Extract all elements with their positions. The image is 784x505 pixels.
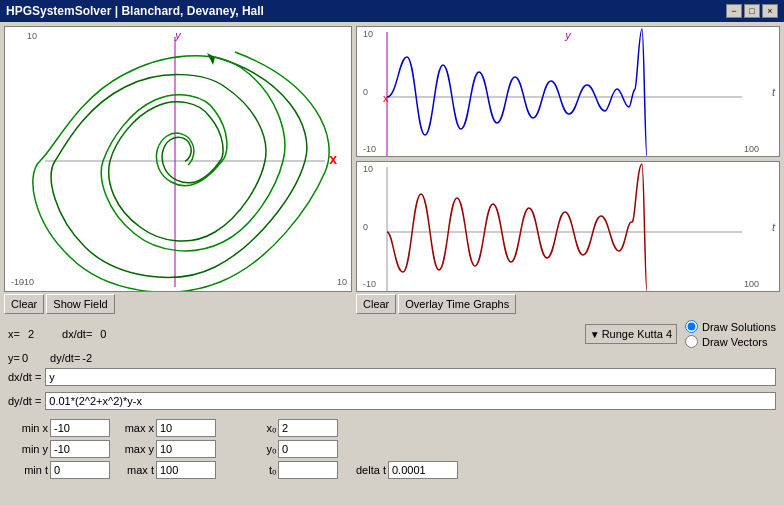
min-y-label: min y — [8, 443, 48, 455]
info-row: x= 2 dx/dt= 0 ▼ Runge Kutta 4 Draw Solut… — [4, 318, 780, 350]
dy-equation-row: dy/dt = — [4, 390, 780, 412]
y0-input[interactable] — [278, 440, 338, 458]
min-y-input[interactable] — [50, 440, 110, 458]
draw-vectors-radio[interactable] — [685, 335, 698, 348]
time-top-t-label: t — [772, 86, 775, 98]
phase-button-row: Clear Show Field — [4, 292, 352, 316]
dx-label: dx/dt= — [62, 328, 92, 340]
y0-row: y₀ — [236, 439, 458, 459]
title-bar: HPGSystemSolver | Blanchard, Devaney, Ha… — [0, 0, 784, 22]
window-controls: − □ × — [726, 4, 778, 18]
clear-time-button[interactable]: Clear — [356, 294, 396, 314]
close-button[interactable]: × — [762, 4, 778, 18]
param-group-init: x₀ y₀ t₀ delta t — [236, 418, 458, 480]
xy-info: x= 2 dx/dt= 0 — [8, 328, 106, 340]
t0-input[interactable] — [278, 461, 338, 479]
minimize-button[interactable]: − — [726, 4, 742, 18]
dx-value: 0 — [100, 328, 106, 340]
y-label: y= — [8, 352, 20, 364]
draw-solutions-radio[interactable] — [685, 320, 698, 333]
phase-plane-canvas[interactable]: 10 -10 -10 10 y x — [4, 26, 352, 292]
max-t-row: max t — [114, 460, 216, 480]
max-y-row: max y — [114, 439, 216, 459]
dx-equation-input[interactable] — [45, 368, 776, 386]
graph-row: 10 -10 -10 10 y x — [4, 26, 780, 316]
max-t-label: max t — [114, 464, 154, 476]
draw-vectors-option[interactable]: Draw Vectors — [685, 335, 776, 348]
window-title: HPGSystemSolver | Blanchard, Devaney, Ha… — [6, 4, 264, 18]
svg-marker-2 — [207, 53, 215, 65]
time-graph-bottom[interactable]: 10 0 -10 t 100 — [356, 161, 780, 292]
delta-t-label: delta t — [356, 464, 386, 476]
solver-dropdown[interactable]: ▼ Runge Kutta 4 — [585, 324, 677, 344]
show-field-button[interactable]: Show Field — [46, 294, 114, 314]
min-x-row: min x — [8, 418, 110, 438]
dy-value: -2 — [82, 352, 92, 364]
clear-phase-button[interactable]: Clear — [4, 294, 44, 314]
phase-plane-section: 10 -10 -10 10 y x — [4, 26, 352, 316]
x0-row: x₀ — [236, 418, 458, 438]
time-graphs-wrapper: y 10 0 -10 t 100 x — [356, 26, 780, 292]
draw-solutions-option[interactable]: Draw Solutions — [685, 320, 776, 333]
max-y-label: max y — [114, 443, 154, 455]
max-t-input[interactable] — [156, 461, 216, 479]
dropdown-arrow: ▼ — [590, 329, 600, 340]
dx-eq-label: dx/dt = — [8, 371, 41, 383]
min-t-input[interactable] — [50, 461, 110, 479]
dy-equation-input[interactable] — [45, 392, 776, 410]
max-x-input[interactable] — [156, 419, 216, 437]
time-graph-bottom-svg — [357, 162, 752, 292]
max-y-input[interactable] — [156, 440, 216, 458]
t0-label: t₀ — [236, 464, 276, 477]
y-info-row: y= 0 dy/dt= -2 — [4, 352, 780, 364]
draw-vectors-label: Draw Vectors — [702, 336, 767, 348]
time-button-row: Clear Overlay Time Graphs — [356, 292, 780, 316]
param-group-minmax: min x min y min t — [8, 418, 110, 480]
x-value: 2 — [28, 328, 34, 340]
min-y-row: min y — [8, 439, 110, 459]
min-x-input[interactable] — [50, 419, 110, 437]
maximize-button[interactable]: □ — [744, 4, 760, 18]
dx-equation-row: dx/dt = — [4, 366, 780, 388]
x0-input[interactable] — [278, 419, 338, 437]
param-group-max: max x max y max t — [114, 418, 216, 480]
t0-delta-row: t₀ delta t — [236, 460, 458, 480]
draw-solutions-label: Draw Solutions — [702, 321, 776, 333]
max-x-row: max x — [114, 418, 216, 438]
time-graph-top[interactable]: y 10 0 -10 t 100 x — [356, 26, 780, 157]
delta-t-input[interactable] — [388, 461, 458, 479]
phase-plane-svg — [5, 27, 345, 292]
overlay-time-button[interactable]: Overlay Time Graphs — [398, 294, 516, 314]
max-x-label: max x — [114, 422, 154, 434]
y0-label: y₀ — [236, 443, 276, 456]
draw-options: Draw Solutions Draw Vectors — [685, 320, 776, 348]
time-graph-top-svg — [357, 27, 752, 157]
solver-section: ▼ Runge Kutta 4 Draw Solutions Draw Vect… — [585, 320, 776, 348]
min-t-row: min t — [8, 460, 110, 480]
min-x-label: min x — [8, 422, 48, 434]
x0-label: x₀ — [236, 422, 276, 435]
x-label: x= — [8, 328, 20, 340]
main-content: 10 -10 -10 10 y x — [0, 22, 784, 488]
dy-label: dy/dt= — [50, 352, 80, 364]
bottom-params: min x min y min t max x max y max t — [4, 414, 780, 484]
time-bot-t-label: t — [772, 221, 775, 233]
dy-eq-label: dy/dt = — [8, 395, 41, 407]
y-value: 0 — [22, 352, 28, 364]
solver-method: Runge Kutta 4 — [602, 328, 672, 340]
time-graph-section: y 10 0 -10 t 100 x — [356, 26, 780, 316]
min-t-label: min t — [8, 464, 48, 476]
